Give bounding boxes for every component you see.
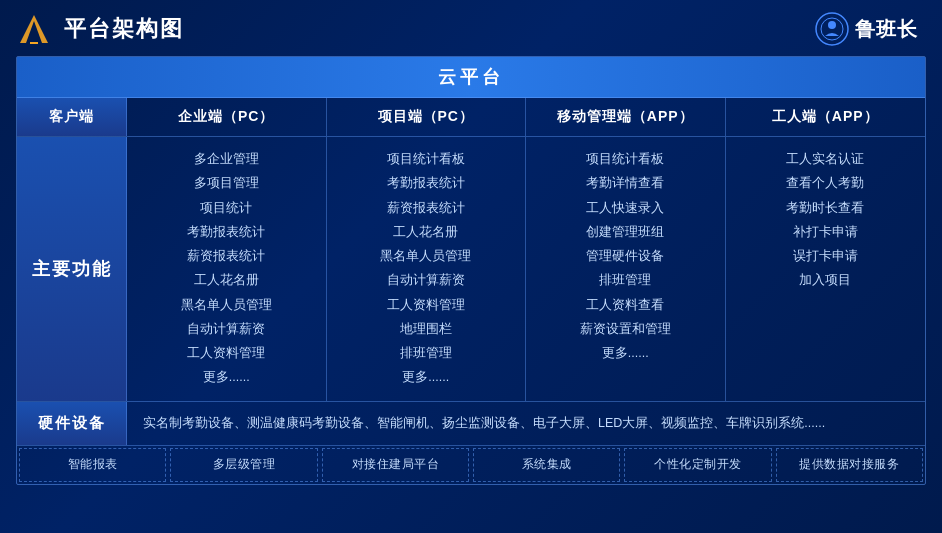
list-item: 考勤报表统计 bbox=[187, 222, 265, 243]
list-item: 工人资料查看 bbox=[586, 295, 664, 316]
feature-smart-report: 智能报表 bbox=[19, 448, 166, 482]
list-item: 考勤时长查看 bbox=[786, 198, 864, 219]
header-left: 平台架构图 bbox=[16, 11, 184, 47]
list-item: 更多...... bbox=[402, 367, 449, 388]
col-header-enterprise: 企业端（PC） bbox=[127, 98, 327, 136]
list-item: 工人花名册 bbox=[194, 270, 259, 291]
feature-multilevel: 多层级管理 bbox=[170, 448, 317, 482]
list-item: 创建管理班组 bbox=[586, 222, 664, 243]
col-header-client: 客户端 bbox=[17, 98, 127, 136]
list-item: 查看个人考勤 bbox=[786, 173, 864, 194]
page-title: 平台架构图 bbox=[64, 14, 184, 44]
col-header-worker: 工人端（APP） bbox=[726, 98, 926, 136]
list-item: 更多...... bbox=[602, 343, 649, 364]
list-item: 更多...... bbox=[203, 367, 250, 388]
list-item: 多企业管理 bbox=[194, 149, 259, 170]
worker-cell: 工人实名认证 查看个人考勤 考勤时长查看 补打卡申请 误打卡申请 加入项目 bbox=[726, 137, 926, 401]
feature-integration: 系统集成 bbox=[473, 448, 620, 482]
list-item: 地理围栏 bbox=[400, 319, 452, 340]
col-header-mobile: 移动管理端（APP） bbox=[526, 98, 726, 136]
list-item: 工人快速录入 bbox=[586, 198, 664, 219]
list-item: 工人实名认证 bbox=[786, 149, 864, 170]
project-cell: 项目统计看板 考勤报表统计 薪资报表统计 工人花名册 黑名单人员管理 自动计算薪… bbox=[327, 137, 527, 401]
list-item: 考勤详情查看 bbox=[586, 173, 664, 194]
list-item: 黑名单人员管理 bbox=[181, 295, 272, 316]
main-container: 云平台 客户端 企业端（PC） 项目端（PC） 移动管理端（APP） 工人端（A… bbox=[16, 56, 926, 485]
mobile-cell: 项目统计看板 考勤详情查看 工人快速录入 创建管理班组 管理硬件设备 排班管理 … bbox=[526, 137, 726, 401]
list-item: 排班管理 bbox=[400, 343, 452, 364]
feature-data-service: 提供数据对接服务 bbox=[776, 448, 923, 482]
logo-icon bbox=[16, 11, 52, 47]
brand-icon bbox=[815, 12, 849, 46]
col-header-project: 项目端（PC） bbox=[327, 98, 527, 136]
list-item: 补打卡申请 bbox=[793, 222, 858, 243]
list-item: 考勤报表统计 bbox=[387, 173, 465, 194]
list-item: 自动计算薪资 bbox=[187, 319, 265, 340]
list-item: 加入项目 bbox=[799, 270, 851, 291]
column-headers: 客户端 企业端（PC） 项目端（PC） 移动管理端（APP） 工人端（APP） bbox=[17, 98, 925, 137]
list-item: 误打卡申请 bbox=[793, 246, 858, 267]
main-function-label: 主要功能 bbox=[17, 137, 127, 401]
features-row: 智能报表 多层级管理 对接住建局平台 系统集成 个性化定制开发 提供数据对接服务 bbox=[17, 446, 925, 484]
list-item: 薪资设置和管理 bbox=[580, 319, 671, 340]
list-item: 薪资报表统计 bbox=[187, 246, 265, 267]
list-item: 工人资料管理 bbox=[187, 343, 265, 364]
header: 平台架构图 鲁班长 bbox=[0, 0, 942, 56]
list-item: 薪资报表统计 bbox=[387, 198, 465, 219]
main-function-row: 主要功能 多企业管理 多项目管理 项目统计 考勤报表统计 薪资报表统计 工人花名… bbox=[17, 137, 925, 402]
svg-point-5 bbox=[828, 21, 836, 29]
hardware-row: 硬件设备 实名制考勤设备、测温健康码考勤设备、智能闸机、扬尘监测设备、电子大屏、… bbox=[17, 402, 925, 446]
list-item: 黑名单人员管理 bbox=[380, 246, 471, 267]
feature-docking: 对接住建局平台 bbox=[322, 448, 469, 482]
brand: 鲁班长 bbox=[815, 12, 918, 46]
hardware-label: 硬件设备 bbox=[17, 402, 127, 445]
list-item: 项目统计看板 bbox=[586, 149, 664, 170]
cloud-platform-label: 云平台 bbox=[17, 57, 925, 98]
list-item: 项目统计看板 bbox=[387, 149, 465, 170]
hardware-content: 实名制考勤设备、测温健康码考勤设备、智能闸机、扬尘监测设备、电子大屏、LED大屏… bbox=[127, 402, 925, 445]
list-item: 管理硬件设备 bbox=[586, 246, 664, 267]
list-item: 排班管理 bbox=[599, 270, 651, 291]
brand-name: 鲁班长 bbox=[855, 16, 918, 43]
list-item: 自动计算薪资 bbox=[387, 270, 465, 291]
list-item: 项目统计 bbox=[200, 198, 252, 219]
list-item: 多项目管理 bbox=[194, 173, 259, 194]
list-item: 工人花名册 bbox=[393, 222, 458, 243]
feature-custom-dev: 个性化定制开发 bbox=[624, 448, 771, 482]
list-item: 工人资料管理 bbox=[387, 295, 465, 316]
enterprise-cell: 多企业管理 多项目管理 项目统计 考勤报表统计 薪资报表统计 工人花名册 黑名单… bbox=[127, 137, 327, 401]
